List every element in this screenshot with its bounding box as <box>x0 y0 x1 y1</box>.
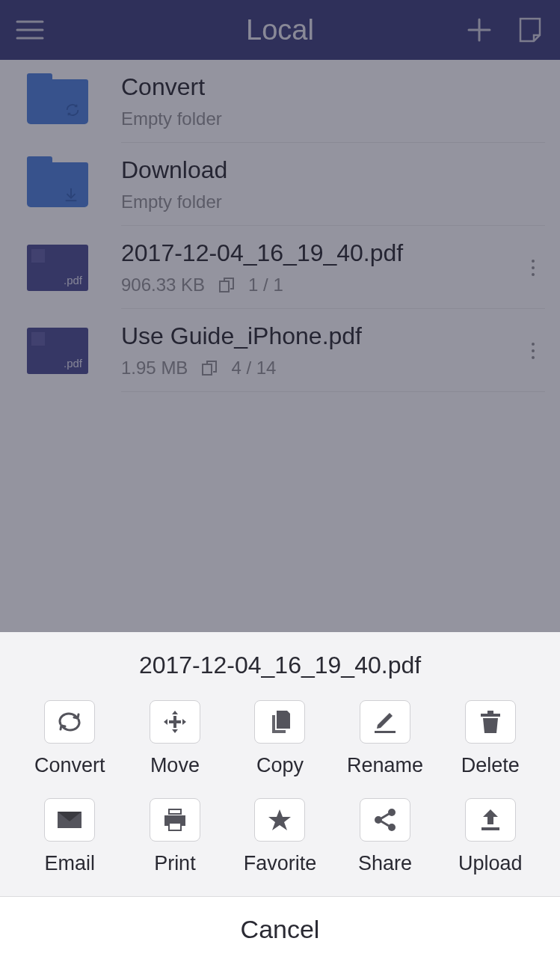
copy-icon <box>254 700 305 744</box>
svg-line-22 <box>381 821 389 826</box>
action-upload[interactable]: Upload <box>441 798 539 875</box>
svg-line-21 <box>381 814 389 818</box>
action-favorite[interactable]: Favorite <box>231 798 329 875</box>
action-delete[interactable]: Delete <box>441 700 539 777</box>
action-print[interactable]: Print <box>126 798 224 875</box>
svg-point-19 <box>375 816 382 824</box>
move-icon <box>150 700 200 744</box>
svg-point-20 <box>388 824 396 831</box>
sheet-title: 2017-12-04_16_19_40.pdf <box>0 632 560 693</box>
action-convert[interactable]: Convert <box>21 700 119 777</box>
svg-point-18 <box>388 809 396 816</box>
email-icon <box>44 798 95 842</box>
action-rename[interactable]: Rename <box>336 700 434 777</box>
action-sheet: 2017-12-04_16_19_40.pdf Convert Move Cop… <box>0 632 560 962</box>
delete-icon <box>465 700 516 744</box>
svg-rect-23 <box>481 827 499 830</box>
action-copy[interactable]: Copy <box>231 700 329 777</box>
action-move[interactable]: Move <box>126 700 224 777</box>
favorite-icon <box>254 798 305 842</box>
action-email[interactable]: Email <box>21 798 119 875</box>
svg-rect-12 <box>481 714 500 717</box>
svg-rect-15 <box>169 809 181 814</box>
share-icon <box>360 798 410 842</box>
svg-rect-17 <box>169 823 181 830</box>
svg-rect-11 <box>375 731 396 733</box>
print-icon <box>150 798 200 842</box>
svg-rect-10 <box>169 720 181 723</box>
svg-rect-13 <box>487 711 493 714</box>
action-share[interactable]: Share <box>336 798 434 875</box>
convert-icon <box>44 700 95 744</box>
cancel-button[interactable]: Cancel <box>0 896 560 962</box>
upload-icon <box>465 798 516 842</box>
rename-icon <box>360 700 410 744</box>
